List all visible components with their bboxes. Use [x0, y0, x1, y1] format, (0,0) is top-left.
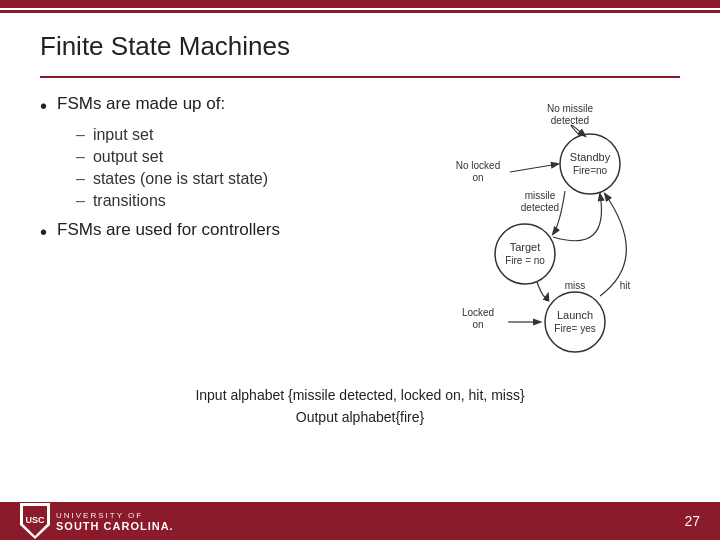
bullet-1: • FSMs are made up of: — [40, 94, 350, 118]
sub-list: – input set – output set – states (one i… — [76, 126, 350, 210]
slide-title: Finite State Machines — [40, 13, 680, 78]
bullet-2-text: FSMs are used for controllers — [57, 220, 280, 240]
school-text: SOUTH CAROLINA. — [56, 520, 174, 532]
svg-text:No missile: No missile — [547, 103, 594, 114]
footer: USC UNIVERSITY OF SOUTH CAROLINA. 27 — [0, 502, 720, 540]
bullet-1-text: FSMs are made up of: — [57, 94, 225, 114]
sub-item-1: – input set — [76, 126, 350, 144]
svg-text:Fire = no: Fire = no — [505, 255, 545, 266]
content-area: • FSMs are made up of: – input set – out… — [40, 94, 680, 368]
slide-container: Finite State Machines • FSMs are made up… — [0, 13, 720, 429]
svg-text:detected: detected — [521, 202, 559, 213]
university-text: UNIVERSITY OF — [56, 511, 174, 520]
bottom-line1: Input alphabet {missile detected, locked… — [195, 387, 524, 403]
svg-text:No locked: No locked — [456, 160, 500, 171]
sub-item-4: – transitions — [76, 192, 350, 210]
sub-item-1-text: input set — [93, 126, 153, 144]
svg-point-18 — [545, 292, 605, 352]
top-bar — [0, 0, 720, 8]
svg-line-7 — [510, 164, 558, 172]
dash-1: – — [76, 126, 85, 144]
svg-text:USC: USC — [25, 515, 45, 525]
footer-logo: USC UNIVERSITY OF SOUTH CAROLINA. — [20, 503, 174, 539]
sub-item-3: – states (one is start state) — [76, 170, 350, 188]
svg-text:Fire=no: Fire=no — [573, 165, 608, 176]
svg-text:miss: miss — [565, 280, 586, 291]
usc-shield-icon: USC — [20, 503, 50, 539]
svg-text:Fire= yes: Fire= yes — [554, 323, 595, 334]
svg-text:missile: missile — [525, 190, 556, 201]
left-content: • FSMs are made up of: – input set – out… — [40, 94, 370, 368]
dash-3: – — [76, 170, 85, 188]
sub-item-3-text: states (one is start state) — [93, 170, 268, 188]
dash-2: – — [76, 148, 85, 166]
svg-point-2 — [560, 134, 620, 194]
sub-item-2: – output set — [76, 148, 350, 166]
sub-item-4-text: transitions — [93, 192, 166, 210]
dash-4: – — [76, 192, 85, 210]
sub-item-2-text: output set — [93, 148, 163, 166]
svg-text:hit: hit — [620, 280, 631, 291]
svg-text:detected: detected — [551, 115, 589, 126]
bottom-text: Input alphabet {missile detected, locked… — [40, 384, 680, 429]
svg-text:on: on — [472, 172, 483, 183]
bullet-2: • FSMs are used for controllers — [40, 220, 350, 244]
bottom-line2: Output alphabet{fire} — [296, 409, 424, 425]
bullet-dot-2: • — [40, 220, 47, 244]
svg-text:Target: Target — [510, 241, 541, 253]
bullet-dot-1: • — [40, 94, 47, 118]
svg-point-10 — [495, 224, 555, 284]
diagram-area: No missile detected Standby Fire=no No l… — [370, 94, 680, 368]
fsm-diagram: No missile detected Standby Fire=no No l… — [370, 94, 670, 364]
svg-text:Launch: Launch — [557, 309, 593, 321]
svg-text:Standby: Standby — [570, 151, 611, 163]
page-number: 27 — [684, 513, 700, 529]
svg-text:on: on — [472, 319, 483, 330]
svg-text:Locked: Locked — [462, 307, 494, 318]
